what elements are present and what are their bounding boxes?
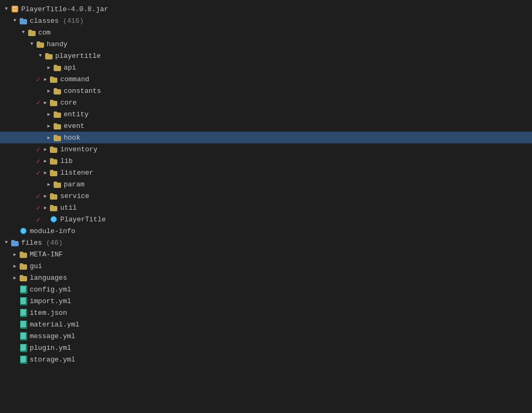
tree-root[interactable]: jar PlayerTitle-4.0.8.jar bbox=[0, 3, 532, 15]
arrow-entity[interactable] bbox=[45, 110, 53, 118]
arrow-com[interactable] bbox=[19, 28, 28, 37]
list-item[interactable]: classes (416) bbox=[0, 15, 532, 27]
arrow-none bbox=[11, 355, 19, 364]
file-teal-icon bbox=[19, 285, 28, 294]
list-item[interactable]: material.yml bbox=[0, 319, 532, 330]
list-item[interactable]: META-INF bbox=[0, 248, 532, 260]
item-label: config.yml bbox=[30, 286, 71, 294]
arrow-none bbox=[11, 308, 19, 317]
list-item[interactable]: import.yml bbox=[0, 295, 532, 307]
list-item[interactable]: ✓ command bbox=[0, 73, 532, 85]
folder-yellow-icon bbox=[49, 98, 58, 107]
list-item[interactable]: files (46) bbox=[0, 237, 532, 248]
arrow-event[interactable] bbox=[45, 122, 53, 130]
list-item[interactable]: param bbox=[0, 178, 532, 190]
item-label: module-info bbox=[30, 227, 75, 235]
folder-yellow-icon bbox=[19, 262, 28, 270]
jar-icon: jar bbox=[11, 5, 19, 13]
list-item[interactable]: handy bbox=[0, 38, 532, 50]
check-mark: ✓ bbox=[36, 157, 40, 166]
folder-blue-icon bbox=[19, 16, 28, 25]
list-item[interactable]: ✓ PlayerTitle bbox=[0, 213, 532, 225]
arrow-none bbox=[11, 332, 19, 340]
list-item[interactable]: languages bbox=[0, 272, 532, 283]
item-label: api bbox=[64, 64, 76, 72]
arrow-files[interactable] bbox=[2, 238, 11, 247]
item-label: lib bbox=[60, 157, 72, 165]
root-arrow[interactable] bbox=[2, 5, 11, 13]
arrow-core[interactable] bbox=[41, 98, 49, 107]
list-item[interactable]: gui bbox=[0, 260, 532, 272]
item-label: gui bbox=[30, 262, 42, 270]
arrow-lib[interactable] bbox=[41, 157, 49, 165]
file-teal-icon bbox=[19, 332, 28, 340]
arrow-listener[interactable] bbox=[41, 168, 49, 177]
circle-icon bbox=[49, 215, 58, 223]
arrow-languages[interactable] bbox=[11, 273, 19, 282]
list-item[interactable]: message.yml bbox=[0, 330, 532, 342]
arrow-gui[interactable] bbox=[11, 262, 19, 270]
list-item[interactable]: api bbox=[0, 62, 532, 73]
file-teal-icon bbox=[19, 343, 28, 352]
list-item[interactable]: plugin.yml bbox=[0, 342, 532, 354]
list-item[interactable]: module-info bbox=[0, 225, 532, 237]
folder-yellow-icon bbox=[36, 40, 45, 48]
arrow-none bbox=[11, 297, 19, 305]
list-item[interactable]: event bbox=[0, 120, 532, 132]
item-label: playertitle bbox=[55, 52, 101, 60]
folder-yellow-icon bbox=[49, 192, 58, 200]
arrow-inventory[interactable] bbox=[41, 145, 49, 153]
arrow-constants[interactable] bbox=[45, 87, 53, 95]
list-item[interactable]: ✓ lib bbox=[0, 155, 532, 167]
item-label: hook bbox=[64, 134, 80, 142]
folder-yellow-icon bbox=[53, 110, 62, 118]
item-label: entity bbox=[64, 110, 89, 118]
item-label: storage.yml bbox=[30, 356, 75, 364]
folder-yellow-icon bbox=[49, 203, 58, 212]
arrow-util[interactable] bbox=[41, 203, 49, 212]
arrow-param[interactable] bbox=[45, 180, 53, 188]
folder-yellow-icon bbox=[53, 133, 62, 142]
arrow-hook[interactable] bbox=[45, 133, 53, 142]
arrow-playertitle[interactable] bbox=[36, 51, 45, 60]
arrow-classes[interactable] bbox=[11, 16, 19, 25]
arrow-handy[interactable] bbox=[28, 40, 36, 48]
list-item[interactable]: com bbox=[0, 27, 532, 38]
list-item[interactable]: entity bbox=[0, 108, 532, 120]
item-label: PlayerTitle bbox=[60, 216, 106, 223]
item-label: META-INF bbox=[30, 251, 63, 259]
item-label: core bbox=[60, 99, 76, 107]
item-label: handy bbox=[47, 40, 67, 48]
item-label: files (46) bbox=[21, 239, 63, 247]
folder-yellow-icon bbox=[53, 63, 62, 72]
check-mark: ✓ bbox=[36, 168, 40, 177]
list-item[interactable]: playertitle bbox=[0, 50, 532, 62]
item-label: message.yml bbox=[30, 332, 75, 340]
item-label: item.json bbox=[30, 309, 67, 317]
check-mark: ✓ bbox=[36, 215, 40, 224]
list-item[interactable]: item.json bbox=[0, 307, 532, 319]
file-teal-icon bbox=[19, 355, 28, 364]
arrow-none bbox=[11, 285, 19, 294]
check-mark: ✓ bbox=[36, 98, 40, 107]
list-item[interactable]: ✓ util bbox=[0, 202, 532, 213]
list-item[interactable]: ✓ core bbox=[0, 97, 532, 108]
folder-yellow-icon bbox=[49, 168, 58, 177]
arrow-api[interactable] bbox=[45, 63, 53, 72]
list-item[interactable]: ✓ listener bbox=[0, 167, 532, 178]
arrow-none bbox=[11, 227, 19, 235]
list-item[interactable]: ✓ inventory bbox=[0, 143, 532, 155]
check-mark: ✓ bbox=[36, 203, 40, 212]
list-item[interactable]: storage.yml bbox=[0, 354, 532, 365]
arrow-metainf[interactable] bbox=[11, 250, 19, 259]
folder-blue-icon bbox=[11, 238, 19, 247]
list-item[interactable]: ✓ service bbox=[0, 190, 532, 202]
arrow-command[interactable] bbox=[41, 75, 49, 83]
list-item[interactable]: hook bbox=[0, 132, 532, 143]
folder-yellow-icon bbox=[19, 250, 28, 259]
item-label: event bbox=[64, 122, 84, 130]
file-teal-icon bbox=[19, 297, 28, 305]
arrow-service[interactable] bbox=[41, 192, 49, 200]
list-item[interactable]: config.yml bbox=[0, 283, 532, 295]
list-item[interactable]: constants bbox=[0, 85, 532, 97]
